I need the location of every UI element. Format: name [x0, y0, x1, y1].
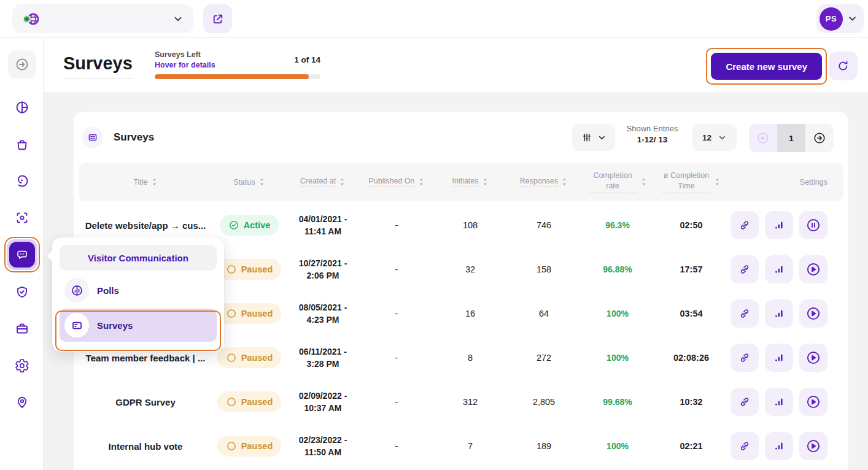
sort-icon [640, 178, 647, 186]
survey-card-icon [82, 127, 103, 148]
row-completion-rate: 100% [581, 353, 654, 363]
copy-link-button[interactable] [730, 432, 759, 460]
toggle-run-button[interactable] [799, 211, 827, 239]
row-initiates: 16 [433, 309, 507, 318]
quota-count: 1 of 14 [294, 55, 320, 64]
sidebar-collapse-icon[interactable] [8, 50, 36, 79]
previous-page-button[interactable] [749, 124, 777, 152]
sidebar-location-icon[interactable] [8, 388, 36, 417]
row-title: GDPR Survey [79, 397, 212, 407]
flyout-item-label: Surveys [97, 320, 133, 331]
table-row[interactable]: Internal hub vote Paused 02/23/2022 -11:… [79, 424, 843, 468]
check-circle-icon [228, 220, 239, 231]
row-created-at: 02/23/2022 -11:50 AM [286, 434, 360, 459]
row-status: Paused [212, 347, 286, 368]
shown-entries: Shown Entries 1-12/ 13 [614, 124, 691, 144]
row-title: Internal hub vote [79, 441, 212, 452]
toggle-run-button[interactable] [799, 388, 827, 416]
sidebar-tracking-icon[interactable] [8, 204, 36, 232]
table-header-row: TitleStatusCreated atPublished OnInitiat… [79, 163, 843, 201]
circle-icon [226, 396, 237, 407]
row-completion-rate: 100% [581, 441, 654, 451]
column-header[interactable]: Created at [286, 177, 360, 187]
column-header[interactable]: Completion rate [581, 171, 654, 193]
toggle-run-button[interactable] [799, 255, 827, 283]
surveys-quota: Surveys Left Hover for details 1 of 14 [155, 50, 320, 79]
pause-icon [805, 217, 821, 233]
poll-icon [64, 278, 89, 302]
table-row[interactable]: GDPR Survey Paused 02/09/2022 -10:37 AM … [79, 380, 843, 424]
next-page-button[interactable] [805, 124, 834, 152]
sidebar-shield-icon[interactable] [8, 278, 36, 306]
toggle-run-button[interactable] [799, 432, 827, 460]
circle-icon [226, 441, 237, 452]
page-size-value: 12 [702, 133, 711, 142]
statistics-button[interactable] [765, 432, 793, 460]
flyout-header: Visitor Communication [60, 245, 217, 271]
copy-link-button[interactable] [730, 299, 759, 328]
row-title: Team member feedback | ... [79, 353, 212, 363]
column-header[interactable]: ø Completion Time [654, 171, 728, 193]
statistics-button[interactable] [765, 344, 793, 372]
row-published-on: - [360, 220, 433, 230]
sidebar-briefcase-icon[interactable] [8, 315, 36, 343]
column-header: Settings [728, 178, 843, 187]
copy-link-button[interactable] [730, 344, 759, 372]
row-completion-rate: 96.3% [581, 220, 654, 230]
row-created-at: 10/27/2021 -2:06 PM [286, 257, 360, 282]
page-size-select[interactable]: 12 [692, 124, 737, 151]
refresh-button[interactable] [829, 52, 858, 80]
shown-entries-value: 1-12/ 13 [614, 135, 691, 144]
column-header[interactable]: Published On [360, 177, 433, 187]
statistics-button[interactable] [765, 211, 793, 239]
statistics-button[interactable] [765, 388, 793, 416]
card-title: Surveys [114, 131, 154, 144]
row-published-on: - [360, 309, 433, 318]
flyout-item-polls[interactable]: Polls [60, 275, 217, 305]
toggle-run-button[interactable] [799, 344, 827, 372]
copy-link-button[interactable] [730, 388, 759, 416]
top-bar: PS [0, 0, 868, 38]
column-header[interactable]: Initiates [433, 177, 507, 187]
flyout-item-surveys[interactable]: Surveys [60, 309, 217, 342]
row-completion-time: 10:32 [654, 397, 728, 407]
sort-icon [714, 178, 721, 186]
filter-button[interactable] [572, 124, 615, 151]
column-header[interactable]: Responses [507, 177, 581, 187]
sidebar-bag-icon[interactable] [8, 130, 36, 158]
sidebar-sessions-icon[interactable] [8, 167, 36, 195]
copy-link-button[interactable] [730, 255, 759, 283]
circle-icon [226, 264, 237, 275]
play-icon [805, 350, 821, 366]
pagination: 1 [749, 124, 834, 152]
page-header: Surveys Surveys Left Hover for details 1… [44, 38, 868, 92]
column-header[interactable]: Status [212, 178, 286, 187]
page-title: Surveys [63, 53, 133, 79]
sidebar-settings-icon[interactable] [8, 352, 36, 380]
statistics-button[interactable] [765, 255, 793, 283]
row-completion-time: 17:57 [654, 264, 728, 274]
sidebar-messenger-item[interactable] [4, 237, 40, 272]
row-responses: 189 [507, 441, 581, 451]
current-page[interactable]: 1 [777, 124, 805, 152]
row-created-at: 02/09/2022 -10:37 AM [286, 390, 360, 415]
open-external-button[interactable] [203, 4, 232, 33]
survey-icon [64, 313, 89, 337]
circle-icon [226, 308, 237, 319]
copy-link-button[interactable] [730, 211, 759, 239]
sort-icon [482, 178, 489, 186]
row-completion-rate: 99.68% [581, 397, 654, 407]
sort-icon [258, 178, 265, 186]
column-header[interactable]: Title [79, 178, 212, 187]
toggle-run-button[interactable] [799, 299, 827, 328]
sidebar-reports-icon[interactable] [8, 93, 36, 121]
row-completion-rate: 96.88% [581, 264, 654, 274]
row-published-on: - [360, 397, 433, 407]
create-new-survey-button[interactable]: Create new survey [711, 53, 822, 80]
row-responses: 158 [507, 264, 581, 274]
sidebar [0, 38, 44, 470]
statistics-button[interactable] [765, 299, 793, 328]
row-initiates: 312 [433, 397, 507, 407]
workspace-selector[interactable] [12, 4, 193, 33]
user-menu[interactable]: PS [816, 4, 864, 33]
